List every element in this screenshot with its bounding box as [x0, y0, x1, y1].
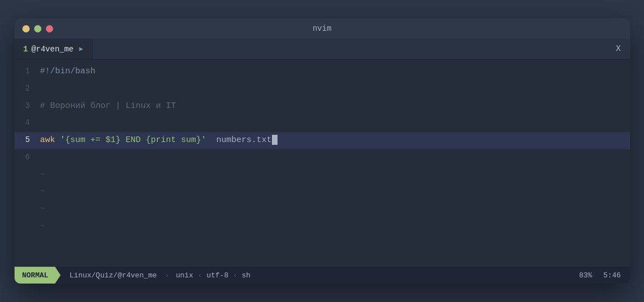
line-content-6	[40, 149, 45, 167]
code-line-1: 1 #!/bin/bash	[15, 63, 630, 81]
status-right: 83% 5:46	[575, 271, 630, 280]
status-filetype: sh	[237, 271, 255, 280]
window-buttons	[22, 25, 53, 32]
line-number-1: 1	[15, 63, 40, 79]
tab-bar: 1 @r4ven_me ▶ X	[15, 39, 630, 60]
tab-close-button[interactable]: X	[615, 44, 629, 54]
line-number-2: 2	[15, 81, 40, 97]
tilde-line-4: ~	[15, 218, 630, 235]
tilde-char-4: ~	[40, 218, 45, 235]
code-line-2: 2	[15, 81, 630, 98]
status-position: 5:46	[603, 271, 621, 280]
editor-area[interactable]: 1 #!/bin/bash 2 3 # Вороний блог | Linux…	[15, 60, 630, 267]
status-percent: 83%	[575, 271, 603, 280]
code-line-5: 5 awk '{sum += $1} END {print sum}' numb…	[15, 132, 630, 149]
status-path: Linux/Quiz/@r4ven_me	[60, 271, 162, 280]
status-sep-2: ‹	[233, 271, 237, 280]
tab-name: @r4ven_me	[31, 45, 74, 54]
status-sep-1: ‹	[198, 271, 202, 280]
tilde-line-1: ~	[15, 167, 630, 184]
line-number-3: 3	[15, 98, 40, 114]
line-content-1: #!/bin/bash	[40, 63, 96, 81]
status-unix: unix	[171, 271, 198, 280]
tilde-char-2: ~	[40, 183, 45, 201]
line-number-4: 4	[15, 115, 40, 131]
close-button[interactable]	[46, 25, 53, 32]
status-encoding: utf-8	[202, 271, 233, 280]
tilde-char-3: ~	[40, 201, 45, 218]
mode-badge: NORMAL	[15, 267, 61, 284]
nvim-window: nvim 1 @r4ven_me ▶ X 1 #!/bin/bash 2 3 #…	[15, 18, 630, 284]
tilde-line-2: ~	[15, 183, 630, 201]
line-content-3: # Вороний блог | Linux и IT	[40, 98, 176, 115]
line-number-6: 6	[15, 149, 40, 166]
tilde-line-3: ~	[15, 201, 630, 218]
code-line-3: 3 # Вороний блог | Linux и IT	[15, 98, 630, 115]
code-line-6: 6	[15, 149, 630, 167]
line-content-2	[40, 81, 45, 98]
minimize-button[interactable]	[22, 25, 30, 32]
line-number-5: 5	[15, 132, 40, 148]
tab-arrow-icon: ▶	[79, 45, 83, 53]
tab-number: 1	[23, 45, 28, 54]
status-arrow-1: ›	[162, 271, 171, 280]
maximize-button[interactable]	[34, 25, 41, 32]
statusbar: NORMAL Linux/Quiz/@r4ven_me › unix ‹ utf…	[15, 267, 630, 284]
cursor	[272, 135, 278, 145]
titlebar: nvim	[15, 18, 630, 39]
code-line-4: 4	[15, 115, 630, 132]
tilde-char-1: ~	[40, 167, 45, 184]
window-title: nvim	[313, 24, 332, 33]
line-content-5: awk '{sum += $1} END {print sum}' number…	[40, 132, 278, 149]
active-tab[interactable]: 1 @r4ven_me ▶	[15, 39, 93, 59]
line-content-4	[40, 115, 45, 132]
